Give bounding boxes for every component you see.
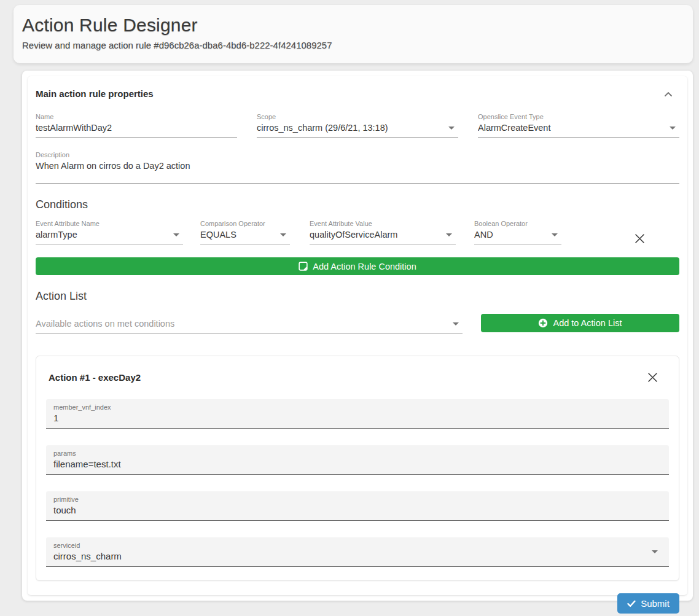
available-actions-select[interactable]: Available actions on met conditions <box>36 319 463 333</box>
params-field[interactable]: params filename=test.txt <box>46 445 669 475</box>
chevron-up-icon[interactable] <box>663 90 673 98</box>
add-condition-label: Add Action Rule Condition <box>313 262 416 271</box>
boolean-operator-value: AND <box>474 230 548 240</box>
serviceid-label: serviceid <box>53 542 648 549</box>
name-field[interactable]: Name testAlarmWithDay2 <box>36 113 237 138</box>
action-card-title: Action #1 - execDay2 <box>49 372 141 383</box>
description-field-value: When Alarm on cirros do a Day2 action <box>36 161 679 171</box>
dropdown-arrow-icon <box>173 233 179 236</box>
check-icon <box>627 600 636 607</box>
add-condition-button[interactable]: Add Action Rule Condition <box>36 257 679 275</box>
page-title: Action Rule Designer <box>22 15 693 36</box>
main-properties-row: Name testAlarmWithDay2 Scope cirros_ns_c… <box>36 113 679 138</box>
dropdown-arrow-icon <box>448 127 455 130</box>
event-type-select-value: AlarmCreateEvent <box>478 123 666 133</box>
submit-button[interactable]: Submit <box>617 593 679 614</box>
submit-label: Submit <box>641 598 670 609</box>
comparison-operator-label: Comparison Operator <box>200 220 290 227</box>
event-attribute-name-value: alarmType <box>36 230 170 240</box>
action-rule-panel: Main action rule properties Name testAla… <box>28 76 687 595</box>
remove-condition-icon[interactable] <box>635 233 645 244</box>
serviceid-value: cirros_ns_charm <box>53 551 648 561</box>
primitive-field[interactable]: primitive touch <box>46 491 669 521</box>
page-header: Action Rule Designer Review and manage a… <box>14 5 693 63</box>
action-card: Action #1 - execDay2 member_vnf_index 1 … <box>36 356 679 581</box>
event-type-select[interactable]: Openslice Event Type AlarmCreateEvent <box>478 113 679 138</box>
plus-circle-icon <box>538 318 548 328</box>
add-to-action-list-button[interactable]: Add to Action List <box>481 314 679 332</box>
event-attribute-value-value: qualityOfServiceAlarm <box>310 230 442 240</box>
condition-row: Event Attribute Name alarmType Compariso… <box>36 220 679 244</box>
dropdown-arrow-icon <box>453 322 459 326</box>
comparison-operator-value: EQUALS <box>200 230 276 240</box>
page-subtitle: Review and manage action rule #d96cb26a-… <box>22 40 693 50</box>
params-value: filename=test.txt <box>53 459 662 469</box>
boolean-operator-select[interactable]: Boolean Operator AND <box>474 220 561 244</box>
dropdown-arrow-icon <box>446 233 452 236</box>
action-list-row: Available actions on met conditions Add … <box>36 314 679 333</box>
panel-title: Main action rule properties <box>36 88 154 99</box>
name-field-label: Name <box>36 113 237 120</box>
remove-action-icon[interactable] <box>647 372 658 383</box>
event-attribute-name-label: Event Attribute Name <box>36 220 183 227</box>
scope-select[interactable]: Scope cirros_ns_charm (29/6/21, 13:18) <box>257 113 458 138</box>
event-attribute-value-label: Event Attribute Value <box>310 220 456 227</box>
boolean-operator-label: Boolean Operator <box>474 220 561 227</box>
panel-header[interactable]: Main action rule properties <box>36 88 679 99</box>
event-type-select-label: Openslice Event Type <box>478 113 679 120</box>
member-vnf-index-field[interactable]: member_vnf_index 1 <box>46 399 669 429</box>
name-field-value: testAlarmWithDay2 <box>36 123 237 133</box>
action-list-heading: Action List <box>36 290 679 303</box>
member-vnf-index-value: 1 <box>53 413 662 423</box>
available-actions-placeholder: Available actions on met conditions <box>36 319 449 329</box>
member-vnf-index-label: member_vnf_index <box>53 404 662 411</box>
description-field[interactable]: Description When Alarm on cirros do a Da… <box>36 151 679 184</box>
scope-select-value: cirros_ns_charm (29/6/21, 13:18) <box>257 123 445 133</box>
scope-select-label: Scope <box>257 113 458 120</box>
description-field-label: Description <box>36 151 679 158</box>
serviceid-select[interactable]: serviceid cirros_ns_charm <box>46 537 669 567</box>
conditions-heading: Conditions <box>36 198 679 211</box>
primitive-value: touch <box>53 505 662 515</box>
add-to-action-list-label: Add to Action List <box>553 318 622 328</box>
submit-row: Submit <box>36 593 679 614</box>
comparison-operator-select[interactable]: Comparison Operator EQUALS <box>200 220 290 244</box>
dropdown-arrow-icon <box>552 233 558 236</box>
params-label: params <box>53 450 662 457</box>
primitive-label: primitive <box>53 496 662 503</box>
main-card: Main action rule properties Name testAla… <box>22 71 693 601</box>
event-attribute-name-select[interactable]: Event Attribute Name alarmType <box>36 220 183 244</box>
dropdown-arrow-icon <box>280 233 286 236</box>
note-icon <box>299 262 308 271</box>
dropdown-arrow-icon <box>670 127 676 130</box>
event-attribute-value-select[interactable]: Event Attribute Value qualityOfServiceAl… <box>310 220 456 244</box>
dropdown-arrow-icon <box>652 550 658 553</box>
action-card-header: Action #1 - execDay2 <box>46 372 669 383</box>
